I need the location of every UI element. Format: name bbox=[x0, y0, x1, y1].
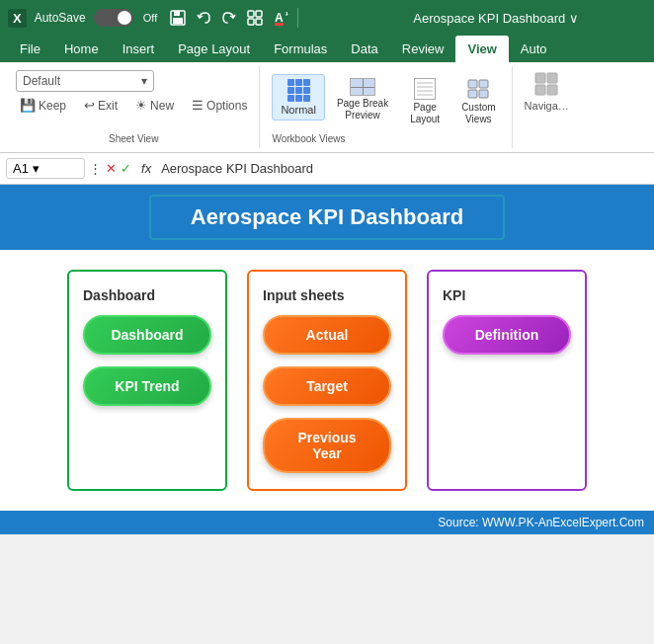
svg-rect-14 bbox=[547, 73, 557, 83]
page-break-view-button[interactable]: Page Break Preview bbox=[329, 74, 396, 125]
new-button[interactable]: ☀ New bbox=[131, 96, 178, 115]
formula-bar-x-icon[interactable]: ✕ bbox=[106, 161, 117, 176]
page-break-label: Page Break Preview bbox=[337, 98, 388, 121]
page-break-icon bbox=[350, 78, 375, 96]
workbook-views-section: Normal Page Break Preview bbox=[264, 66, 512, 148]
save-small-icon: 💾 bbox=[20, 98, 36, 113]
tab-review[interactable]: Review bbox=[390, 36, 456, 62]
sheet-view-row: 💾 Keep ↩ Exit ☀ New ☰ Options bbox=[16, 96, 251, 115]
workbook-views-label: Workbook Views bbox=[272, 129, 503, 144]
workbook-views-buttons: Normal Page Break Preview bbox=[272, 70, 503, 129]
dropdown-arrow: ▾ bbox=[141, 74, 147, 88]
source-text: Source: WWW.PK-AnExcelExpert.Com bbox=[438, 516, 644, 529]
definition-button[interactable]: Definition bbox=[443, 315, 571, 355]
navigate-section: Naviga… bbox=[517, 66, 577, 148]
source-bar: Source: WWW.PK-AnExcelExpert.Com bbox=[0, 511, 654, 534]
tab-formulas[interactable]: Formulas bbox=[262, 36, 339, 62]
new-icon: ☀ bbox=[135, 98, 147, 113]
undo-icon[interactable] bbox=[195, 9, 212, 27]
options-icon: ☰ bbox=[192, 98, 204, 113]
sheet-view-section: Default ▾ 💾 Keep ↩ Exit ☀ New ☰ Op bbox=[8, 66, 260, 148]
formula-bar-dots: ⋮ bbox=[89, 161, 102, 176]
dashboard-card-title: Dashboard bbox=[83, 287, 155, 303]
navigate-icon bbox=[532, 70, 560, 98]
previous-year-button[interactable]: Previous Year bbox=[263, 418, 391, 473]
tab-page-layout[interactable]: Page Layout bbox=[166, 36, 262, 62]
kpi-card-title: KPI bbox=[443, 287, 465, 303]
page-layout-view-button[interactable]: Page Layout bbox=[400, 74, 450, 129]
formula-bar-fx: fx bbox=[135, 161, 157, 176]
dashboard-header: Aerospace KPI Dashboard bbox=[0, 185, 654, 250]
formula-bar: A1 ▾ ⋮ ✕ ✓ fx Aerospace KPI Dashboard bbox=[0, 153, 654, 185]
tab-home[interactable]: Home bbox=[52, 36, 111, 62]
tab-view[interactable]: View bbox=[455, 36, 508, 62]
cell-reference-box[interactable]: A1 ▾ bbox=[6, 158, 85, 179]
ribbon-tabs: File Home Insert Page Layout Formulas Da… bbox=[0, 36, 654, 62]
tab-insert[interactable]: Insert bbox=[111, 36, 167, 62]
svg-rect-16 bbox=[547, 85, 557, 95]
target-button[interactable]: Target bbox=[263, 366, 391, 406]
font-color-icon[interactable]: A bbox=[272, 9, 289, 27]
normal-view-label: Normal bbox=[281, 104, 315, 116]
cell-ref-value: A1 bbox=[13, 161, 29, 176]
svg-rect-5 bbox=[248, 19, 254, 25]
toggle-knob bbox=[118, 11, 131, 25]
svg-rect-3 bbox=[248, 11, 254, 17]
dashboard-title: Aerospace KPI Dashboard bbox=[149, 195, 505, 240]
new-label: New bbox=[150, 99, 174, 113]
title-bar-title: Aerospace KPI Dashboard ∨ bbox=[346, 11, 646, 26]
tab-auto[interactable]: Auto bbox=[509, 36, 559, 62]
cell-ref-arrow: ▾ bbox=[33, 161, 40, 176]
keep-button[interactable]: 💾 Keep bbox=[16, 96, 70, 115]
kpi-card: KPI Definition bbox=[427, 270, 587, 491]
tab-file[interactable]: File bbox=[8, 36, 52, 62]
tab-data[interactable]: Data bbox=[339, 36, 389, 62]
navigate-icon-area bbox=[532, 70, 560, 98]
options-label: Options bbox=[206, 99, 247, 113]
custom-views-label: Custom Views bbox=[461, 102, 495, 125]
svg-rect-8 bbox=[275, 23, 284, 26]
spreadsheet-area: Aerospace KPI Dashboard Dashboard Dashbo… bbox=[0, 185, 654, 534]
actual-button[interactable]: Actual bbox=[263, 315, 391, 355]
sheet-view-dropdown[interactable]: Default ▾ bbox=[16, 70, 154, 92]
options-button[interactable]: ☰ Options bbox=[188, 96, 251, 115]
svg-rect-6 bbox=[256, 19, 262, 25]
custom-views-button[interactable]: Custom Views bbox=[453, 74, 503, 129]
svg-rect-10 bbox=[479, 80, 488, 88]
svg-rect-11 bbox=[468, 90, 477, 98]
input-sheets-card-title: Input sheets bbox=[263, 287, 344, 303]
save-icon[interactable] bbox=[169, 9, 187, 27]
exit-icon: ↩ bbox=[84, 98, 95, 113]
redo-icon[interactable] bbox=[220, 9, 238, 27]
autosave-toggle[interactable] bbox=[94, 9, 133, 27]
keep-label: Keep bbox=[39, 99, 66, 113]
ribbon-body: Default ▾ 💾 Keep ↩ Exit ☀ New ☰ Op bbox=[0, 62, 654, 153]
autosave-label: AutoSave bbox=[35, 11, 86, 25]
formula-bar-icons: ⋮ ✕ ✓ bbox=[89, 161, 131, 176]
svg-rect-1 bbox=[174, 11, 180, 16]
svg-rect-13 bbox=[535, 73, 545, 83]
formula-bar-check-icon[interactable]: ✓ bbox=[121, 161, 131, 176]
page-layout-icon bbox=[414, 78, 436, 100]
sheet-view-label: Sheet View bbox=[109, 129, 158, 144]
custom-views-icon bbox=[466, 78, 490, 100]
normal-view-button[interactable]: Normal bbox=[272, 74, 324, 121]
dashboard-card: Dashboard Dashboard KPI Trend bbox=[67, 270, 227, 491]
grid-icon[interactable] bbox=[246, 9, 264, 27]
dashboard-button[interactable]: Dashboard bbox=[83, 315, 211, 355]
exit-button[interactable]: ↩ Exit bbox=[80, 96, 122, 115]
input-sheets-card: Input sheets Actual Target Previous Year bbox=[247, 270, 407, 491]
svg-rect-12 bbox=[479, 90, 488, 98]
navigate-label: Naviga… bbox=[525, 100, 569, 112]
page-layout-label: Page Layout bbox=[410, 102, 440, 125]
content-area: Dashboard Dashboard KPI Trend Input shee… bbox=[0, 250, 654, 511]
sheet-view-value: Default bbox=[23, 74, 60, 88]
kpi-trend-button[interactable]: KPI Trend bbox=[83, 366, 211, 406]
title-bar: X AutoSave Off A Aerospace KPI Dashboard… bbox=[0, 0, 654, 36]
svg-text:A: A bbox=[275, 11, 284, 25]
formula-input[interactable]: Aerospace KPI Dashboard bbox=[161, 161, 648, 176]
toolbar-sep bbox=[297, 8, 298, 28]
svg-rect-2 bbox=[173, 18, 183, 24]
svg-rect-4 bbox=[256, 11, 262, 17]
svg-rect-15 bbox=[535, 85, 545, 95]
